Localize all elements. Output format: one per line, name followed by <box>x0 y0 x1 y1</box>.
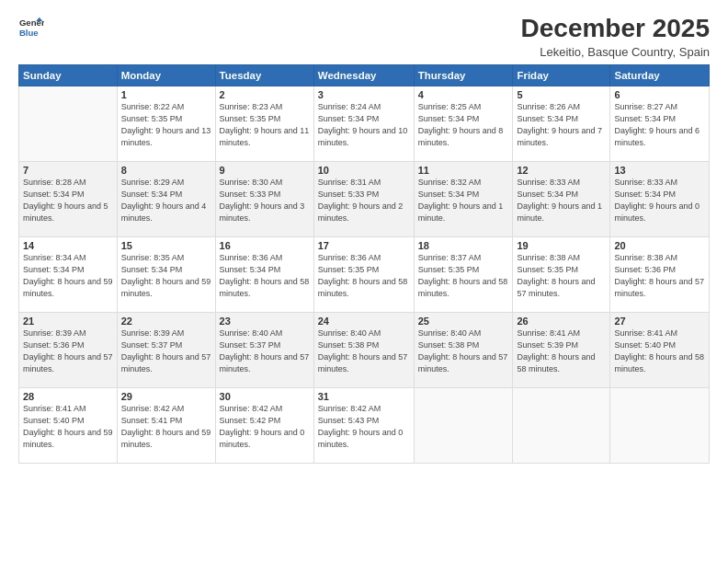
day-number: 18 <box>418 240 509 251</box>
day-info: Sunrise: 8:41 AM Sunset: 5:40 PM Dayligh… <box>614 327 705 375</box>
table-row: 19Sunrise: 8:38 AM Sunset: 5:35 PM Dayli… <box>513 236 610 312</box>
day-info: Sunrise: 8:39 AM Sunset: 5:36 PM Dayligh… <box>23 327 113 375</box>
table-row: 28Sunrise: 8:41 AM Sunset: 5:40 PM Dayli… <box>19 387 118 463</box>
calendar-week-row: 28Sunrise: 8:41 AM Sunset: 5:40 PM Dayli… <box>19 387 710 463</box>
main-title: December 2025 <box>521 15 710 43</box>
day-number: 20 <box>614 240 705 251</box>
day-number: 22 <box>121 316 211 327</box>
table-row: 3Sunrise: 8:24 AM Sunset: 5:34 PM Daylig… <box>313 86 414 161</box>
col-saturday: Saturday <box>610 64 710 86</box>
table-row: 11Sunrise: 8:32 AM Sunset: 5:34 PM Dayli… <box>414 161 513 236</box>
calendar-week-row: 7Sunrise: 8:28 AM Sunset: 5:34 PM Daylig… <box>19 161 710 236</box>
day-info: Sunrise: 8:40 AM Sunset: 5:38 PM Dayligh… <box>318 327 410 375</box>
day-info: Sunrise: 8:42 AM Sunset: 5:43 PM Dayligh… <box>318 403 410 451</box>
table-row: 15Sunrise: 8:35 AM Sunset: 5:34 PM Dayli… <box>117 236 215 312</box>
table-row: 13Sunrise: 8:33 AM Sunset: 5:34 PM Dayli… <box>610 161 710 236</box>
table-row: 27Sunrise: 8:41 AM Sunset: 5:40 PM Dayli… <box>610 312 710 387</box>
day-number: 27 <box>614 316 705 327</box>
day-info: Sunrise: 8:33 AM Sunset: 5:34 PM Dayligh… <box>614 177 705 224</box>
day-number: 7 <box>23 165 113 176</box>
day-number: 12 <box>517 165 606 176</box>
calendar-week-row: 14Sunrise: 8:34 AM Sunset: 5:34 PM Dayli… <box>19 236 710 312</box>
day-number: 19 <box>517 240 606 251</box>
col-friday: Friday <box>513 64 610 86</box>
logo: General Blue <box>18 15 44 40</box>
day-info: Sunrise: 8:23 AM Sunset: 5:35 PM Dayligh… <box>220 101 310 149</box>
day-info: Sunrise: 8:24 AM Sunset: 5:34 PM Dayligh… <box>318 101 410 149</box>
day-number: 23 <box>220 316 310 327</box>
table-row: 14Sunrise: 8:34 AM Sunset: 5:34 PM Dayli… <box>19 236 118 312</box>
day-info: Sunrise: 8:28 AM Sunset: 5:34 PM Dayligh… <box>23 177 113 224</box>
day-info: Sunrise: 8:38 AM Sunset: 5:36 PM Dayligh… <box>614 252 705 300</box>
table-row <box>414 387 513 463</box>
day-number: 24 <box>318 316 410 327</box>
day-info: Sunrise: 8:38 AM Sunset: 5:35 PM Dayligh… <box>517 252 606 300</box>
table-row: 4Sunrise: 8:25 AM Sunset: 5:34 PM Daylig… <box>414 86 513 161</box>
day-number: 2 <box>220 89 310 100</box>
day-number: 17 <box>318 240 410 251</box>
table-row: 2Sunrise: 8:23 AM Sunset: 5:35 PM Daylig… <box>215 86 313 161</box>
col-wednesday: Wednesday <box>313 64 414 86</box>
day-info: Sunrise: 8:26 AM Sunset: 5:34 PM Dayligh… <box>517 101 606 149</box>
table-row: 1Sunrise: 8:22 AM Sunset: 5:35 PM Daylig… <box>117 86 215 161</box>
day-number: 8 <box>121 165 211 176</box>
col-sunday: Sunday <box>19 64 118 86</box>
page: General Blue December 2025 Lekeitio, Bas… <box>0 0 728 563</box>
title-block: December 2025 Lekeitio, Basque Country, … <box>521 15 710 59</box>
table-row: 25Sunrise: 8:40 AM Sunset: 5:38 PM Dayli… <box>414 312 513 387</box>
table-row: 20Sunrise: 8:38 AM Sunset: 5:36 PM Dayli… <box>610 236 710 312</box>
day-number: 28 <box>23 391 113 402</box>
table-row: 16Sunrise: 8:36 AM Sunset: 5:34 PM Dayli… <box>215 236 313 312</box>
day-number: 25 <box>418 316 509 327</box>
col-monday: Monday <box>117 64 215 86</box>
day-info: Sunrise: 8:41 AM Sunset: 5:39 PM Dayligh… <box>517 327 606 375</box>
table-row: 5Sunrise: 8:26 AM Sunset: 5:34 PM Daylig… <box>513 86 610 161</box>
logo-icon: General Blue <box>18 15 44 40</box>
svg-text:Blue: Blue <box>19 28 39 38</box>
day-info: Sunrise: 8:31 AM Sunset: 5:33 PM Dayligh… <box>318 177 410 224</box>
header: General Blue December 2025 Lekeitio, Bas… <box>18 15 710 59</box>
day-info: Sunrise: 8:35 AM Sunset: 5:34 PM Dayligh… <box>121 252 211 300</box>
day-number: 26 <box>517 316 606 327</box>
table-row <box>513 387 610 463</box>
day-info: Sunrise: 8:39 AM Sunset: 5:37 PM Dayligh… <box>121 327 211 375</box>
table-row: 31Sunrise: 8:42 AM Sunset: 5:43 PM Dayli… <box>313 387 414 463</box>
day-number: 3 <box>318 89 410 100</box>
day-number: 1 <box>121 89 211 100</box>
day-info: Sunrise: 8:27 AM Sunset: 5:34 PM Dayligh… <box>614 101 705 149</box>
table-row: 18Sunrise: 8:37 AM Sunset: 5:35 PM Dayli… <box>414 236 513 312</box>
table-row: 22Sunrise: 8:39 AM Sunset: 5:37 PM Dayli… <box>117 312 215 387</box>
day-info: Sunrise: 8:36 AM Sunset: 5:34 PM Dayligh… <box>220 252 310 300</box>
table-row: 9Sunrise: 8:30 AM Sunset: 5:33 PM Daylig… <box>215 161 313 236</box>
day-info: Sunrise: 8:25 AM Sunset: 5:34 PM Dayligh… <box>418 101 509 149</box>
subtitle: Lekeitio, Basque Country, Spain <box>521 45 710 59</box>
day-number: 21 <box>23 316 113 327</box>
table-row <box>19 86 118 161</box>
calendar: Sunday Monday Tuesday Wednesday Thursday… <box>18 64 710 464</box>
day-info: Sunrise: 8:40 AM Sunset: 5:38 PM Dayligh… <box>418 327 509 375</box>
calendar-header-row: Sunday Monday Tuesday Wednesday Thursday… <box>19 64 710 86</box>
day-number: 10 <box>318 165 410 176</box>
day-number: 31 <box>318 391 410 402</box>
day-number: 16 <box>220 240 310 251</box>
table-row: 17Sunrise: 8:36 AM Sunset: 5:35 PM Dayli… <box>313 236 414 312</box>
day-info: Sunrise: 8:34 AM Sunset: 5:34 PM Dayligh… <box>23 252 113 300</box>
table-row: 30Sunrise: 8:42 AM Sunset: 5:42 PM Dayli… <box>215 387 313 463</box>
day-info: Sunrise: 8:42 AM Sunset: 5:42 PM Dayligh… <box>220 403 310 451</box>
day-info: Sunrise: 8:29 AM Sunset: 5:34 PM Dayligh… <box>121 177 211 224</box>
day-info: Sunrise: 8:33 AM Sunset: 5:34 PM Dayligh… <box>517 177 606 224</box>
day-info: Sunrise: 8:42 AM Sunset: 5:41 PM Dayligh… <box>121 403 211 451</box>
day-info: Sunrise: 8:22 AM Sunset: 5:35 PM Dayligh… <box>121 101 211 149</box>
col-tuesday: Tuesday <box>215 64 313 86</box>
calendar-week-row: 21Sunrise: 8:39 AM Sunset: 5:36 PM Dayli… <box>19 312 710 387</box>
day-number: 29 <box>121 391 211 402</box>
day-info: Sunrise: 8:36 AM Sunset: 5:35 PM Dayligh… <box>318 252 410 300</box>
day-number: 6 <box>614 89 705 100</box>
day-number: 15 <box>121 240 211 251</box>
day-number: 11 <box>418 165 509 176</box>
day-info: Sunrise: 8:41 AM Sunset: 5:40 PM Dayligh… <box>23 403 113 451</box>
table-row <box>610 387 710 463</box>
table-row: 7Sunrise: 8:28 AM Sunset: 5:34 PM Daylig… <box>19 161 118 236</box>
day-number: 4 <box>418 89 509 100</box>
calendar-week-row: 1Sunrise: 8:22 AM Sunset: 5:35 PM Daylig… <box>19 86 710 161</box>
